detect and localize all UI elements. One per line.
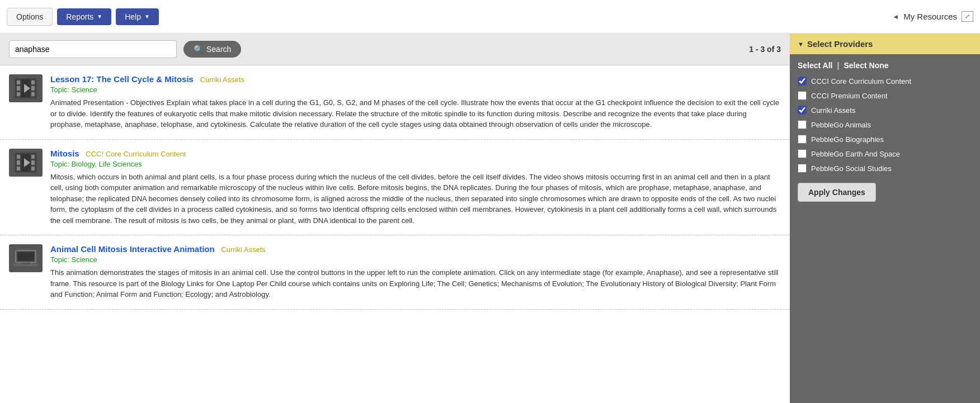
search-count: 1 - 3 of 3 [749,45,781,54]
result-provider-3: Curriki Assets [221,245,265,254]
result-icon-laptop [9,244,43,272]
provider-checkbox-pebblego-animals[interactable] [798,120,807,129]
provider-item-cccci-premium[interactable]: CCCI Premium Content [798,91,972,100]
help-button[interactable]: Help ▼ [116,8,159,25]
svg-rect-14 [17,160,20,165]
separator: | [837,61,840,70]
my-resources-link[interactable]: My Resources [903,12,957,21]
result-topic-3: Topic: Science [50,255,781,264]
svg-rect-3 [17,92,20,96]
provider-label-cccci-core: CCCI Core Curriculum Content [811,77,911,86]
svg-rect-1 [17,80,20,84]
search-icon: 🔍 [194,45,203,54]
svg-rect-5 [17,86,20,91]
result-title-link-2[interactable]: Mitosis [50,149,79,158]
reports-button[interactable]: Reports ▼ [57,8,111,25]
svg-rect-4 [31,92,35,96]
apply-changes-button[interactable]: Apply Changes [798,183,876,202]
provider-item-pebblego-social[interactable]: PebbleGo Social Studies [798,164,972,173]
provider-label-pebblego-animals: PebbleGo Animals [811,121,871,129]
provider-label-pebblego-biographies: PebbleGo Biographies [811,135,884,144]
triangle-icon: ▼ [798,41,804,48]
provider-checkbox-pebblego-social[interactable] [798,164,807,173]
result-title-link[interactable]: Lesson 17: The Cell Cycle & Mitosis [50,74,194,84]
svg-rect-10 [17,155,20,159]
provider-checkbox-pebblego-earth[interactable] [798,149,807,158]
table-row: Lesson 17: The Cell Cycle & Mitosis Curr… [0,65,790,140]
result-desc-2: Mitosis, which occurs in both animal and… [50,172,781,226]
svg-rect-12 [17,167,20,170]
sidebar: ▼ Select Providers Select All | Select N… [790,34,980,403]
sidebar-header-label: Select Providers [807,39,873,49]
provider-checkbox-cccci-premium[interactable] [798,91,807,100]
svg-rect-13 [31,167,35,170]
result-body-2: Mitosis CCC! Core Curriculum Content Top… [50,149,781,226]
reports-label: Reports [66,12,93,21]
provider-checkbox-cccci-core[interactable] [798,77,807,86]
result-title-row-3: Animal Cell Mitosis Interactive Animatio… [50,244,781,254]
result-topic-2: Topic: Biology, Life Sciences [50,160,781,168]
select-all-link[interactable]: Select All [798,61,833,70]
options-button[interactable]: Options [7,8,53,26]
arrow-left-icon: ◄ [892,13,899,21]
result-provider-2: CCC! Core Curriculum Content [86,150,186,158]
svg-rect-15 [31,160,35,165]
result-provider: Curriki Assets [200,75,244,84]
svg-rect-19 [17,252,34,261]
svg-rect-21 [21,263,30,264]
result-title-row: Lesson 17: The Cell Cycle & Mitosis Curr… [50,74,781,84]
result-desc: Animated Presentation - Objectives Expla… [50,97,781,130]
provider-checkbox-pebblego-biographies[interactable] [798,135,807,144]
result-icon-film-2 [9,149,43,177]
result-title-link-3[interactable]: Animal Cell Mitosis Interactive Animatio… [50,244,215,254]
provider-item-cccci-core[interactable]: CCCI Core Curriculum Content [798,77,972,86]
results-list: Lesson 17: The Cell Cycle & Mitosis Curr… [0,65,790,310]
content-area: anaphase 🔍 Search 1 - 3 of 3 [0,34,790,403]
result-body-3: Animal Cell Mitosis Interactive Animatio… [50,244,781,300]
provider-checkbox-curriki[interactable] [798,106,807,115]
reports-arrow-icon: ▼ [97,13,102,20]
select-all-row: Select All | Select None [798,61,972,70]
result-desc-3: This animation demonstrates the stages o… [50,267,781,300]
topbar-left: Options Reports ▼ Help ▼ [7,8,159,26]
search-button-label: Search [206,45,231,54]
table-row: Mitosis CCC! Core Curriculum Content Top… [0,140,790,236]
help-label: Help [125,12,141,21]
search-bar: anaphase 🔍 Search 1 - 3 of 3 [0,34,790,65]
sidebar-header: ▼ Select Providers [790,34,980,54]
svg-rect-11 [31,155,35,159]
result-icon-film [9,74,43,102]
provider-label-pebblego-earth: PebbleGo Earth And Space [811,150,900,158]
svg-rect-6 [31,86,35,91]
provider-item-pebblego-animals[interactable]: PebbleGo Animals [798,120,972,129]
table-row: Animal Cell Mitosis Interactive Animatio… [0,235,790,310]
provider-label-cccci-premium: CCCI Premium Content [811,92,888,100]
result-topic: Topic: Science [50,86,781,94]
select-none-link[interactable]: Select None [844,61,888,70]
sidebar-body: Select All | Select None CCCI Core Curri… [790,54,980,208]
provider-label-pebblego-social: PebbleGo Social Studies [811,164,892,173]
main-layout: anaphase 🔍 Search 1 - 3 of 3 [0,34,980,403]
search-button[interactable]: 🔍 Search [183,41,241,58]
result-body: Lesson 17: The Cell Cycle & Mitosis Curr… [50,74,781,130]
result-title-row-2: Mitosis CCC! Core Curriculum Content [50,149,781,158]
topbar-right: ◄ My Resources ⤢ [892,11,973,22]
svg-rect-2 [31,80,35,84]
provider-item-pebblego-earth[interactable]: PebbleGo Earth And Space [798,149,972,158]
search-input[interactable]: anaphase [9,40,177,58]
provider-item-curriki[interactable]: Curriki Assets [798,106,972,115]
expand-icon[interactable]: ⤢ [962,11,973,22]
provider-item-pebblego-biographies[interactable]: PebbleGo Biographies [798,135,972,144]
help-arrow-icon: ▼ [144,13,150,20]
topbar: Options Reports ▼ Help ▼ ◄ My Resources … [0,0,980,34]
provider-label-curriki: Curriki Assets [811,106,855,115]
